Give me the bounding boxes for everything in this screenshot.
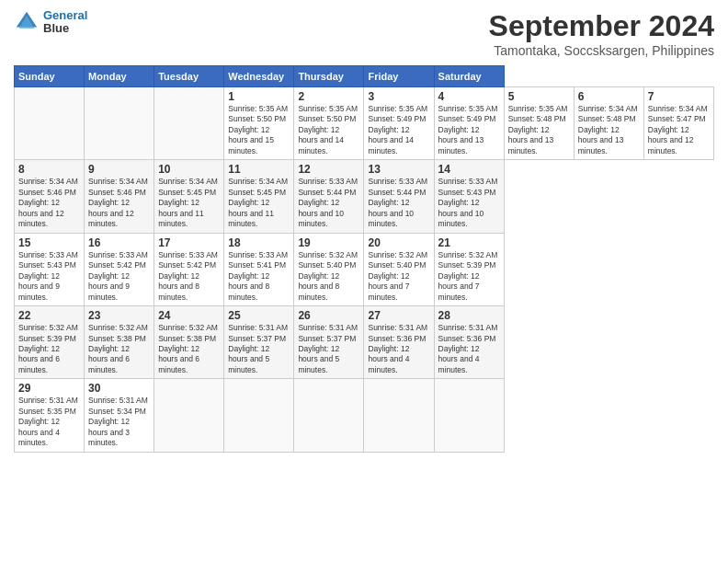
header-row: Sunday Monday Tuesday Wednesday Thursday… xyxy=(15,66,714,87)
calendar-week-row: 29Sunrise: 5:31 AMSunset: 5:35 PMDayligh… xyxy=(15,379,714,452)
day-info: Sunrise: 5:34 AMSunset: 5:46 PMDaylight:… xyxy=(18,177,80,229)
day-number: 13 xyxy=(368,163,429,176)
day-info: Sunrise: 5:34 AMSunset: 5:47 PMDaylight:… xyxy=(648,104,710,156)
table-row xyxy=(85,87,154,160)
day-number: 5 xyxy=(508,90,570,103)
day-info: Sunrise: 5:33 AMSunset: 5:41 PMDaylight:… xyxy=(228,250,290,303)
day-number: 23 xyxy=(88,309,150,322)
table-row: 4Sunrise: 5:35 AMSunset: 5:49 PMDaylight… xyxy=(434,87,504,160)
table-row: 3Sunrise: 5:35 AMSunset: 5:49 PMDaylight… xyxy=(364,87,434,160)
table-row: 30Sunrise: 5:31 AMSunset: 5:34 PMDayligh… xyxy=(85,379,154,452)
table-row: 14Sunrise: 5:33 AMSunset: 5:43 PMDayligh… xyxy=(434,160,504,233)
col-monday: Monday xyxy=(85,66,154,87)
day-info: Sunrise: 5:32 AMSunset: 5:38 PMDaylight:… xyxy=(158,323,220,375)
col-saturday: Saturday xyxy=(434,66,504,87)
table-row: 28Sunrise: 5:31 AMSunset: 5:36 PMDayligh… xyxy=(434,306,504,379)
table-row xyxy=(294,379,364,452)
day-info: Sunrise: 5:32 AMSunset: 5:39 PMDaylight:… xyxy=(438,250,500,303)
day-number: 10 xyxy=(158,163,220,176)
day-info: Sunrise: 5:32 AMSunset: 5:38 PMDaylight:… xyxy=(88,323,150,375)
day-info: Sunrise: 5:34 AMSunset: 5:45 PMDaylight:… xyxy=(228,177,290,229)
table-row: 11Sunrise: 5:34 AMSunset: 5:45 PMDayligh… xyxy=(224,160,294,233)
day-info: Sunrise: 5:32 AMSunset: 5:40 PMDaylight:… xyxy=(368,250,429,303)
day-number: 18 xyxy=(228,236,290,249)
day-info: Sunrise: 5:31 AMSunset: 5:37 PMDaylight:… xyxy=(228,323,290,375)
day-number: 2 xyxy=(298,90,359,103)
day-info: Sunrise: 5:33 AMSunset: 5:43 PMDaylight:… xyxy=(18,250,80,303)
day-number: 6 xyxy=(578,90,640,103)
day-info: Sunrise: 5:34 AMSunset: 5:46 PMDaylight:… xyxy=(88,177,150,229)
table-row: 1Sunrise: 5:35 AMSunset: 5:50 PMDaylight… xyxy=(224,87,294,160)
table-row: 24Sunrise: 5:32 AMSunset: 5:38 PMDayligh… xyxy=(154,306,224,379)
day-number: 15 xyxy=(18,236,80,249)
col-friday: Friday xyxy=(364,66,434,87)
day-info: Sunrise: 5:33 AMSunset: 5:44 PMDaylight:… xyxy=(298,177,359,229)
table-row: 17Sunrise: 5:33 AMSunset: 5:42 PMDayligh… xyxy=(154,233,224,305)
day-info: Sunrise: 5:31 AMSunset: 5:37 PMDaylight:… xyxy=(298,323,359,375)
table-row xyxy=(154,379,224,452)
day-info: Sunrise: 5:32 AMSunset: 5:40 PMDaylight:… xyxy=(298,250,359,303)
day-number: 12 xyxy=(298,163,359,176)
day-number: 20 xyxy=(368,236,429,249)
col-thursday: Thursday xyxy=(294,66,364,87)
col-tuesday: Tuesday xyxy=(154,66,224,87)
calendar-week-row: 15Sunrise: 5:33 AMSunset: 5:43 PMDayligh… xyxy=(15,233,714,305)
table-row: 21Sunrise: 5:32 AMSunset: 5:39 PMDayligh… xyxy=(434,233,504,305)
table-row: 9Sunrise: 5:34 AMSunset: 5:46 PMDaylight… xyxy=(85,160,154,233)
table-row: 19Sunrise: 5:32 AMSunset: 5:40 PMDayligh… xyxy=(294,233,364,305)
calendar-week-row: 8Sunrise: 5:34 AMSunset: 5:46 PMDaylight… xyxy=(15,160,714,233)
day-info: Sunrise: 5:33 AMSunset: 5:43 PMDaylight:… xyxy=(438,177,500,229)
table-row: 5Sunrise: 5:35 AMSunset: 5:48 PMDaylight… xyxy=(504,87,574,160)
table-row: 25Sunrise: 5:31 AMSunset: 5:37 PMDayligh… xyxy=(224,306,294,379)
table-row xyxy=(364,379,434,452)
table-row xyxy=(224,379,294,452)
day-number: 30 xyxy=(88,382,150,395)
day-info: Sunrise: 5:31 AMSunset: 5:36 PMDaylight:… xyxy=(368,323,429,375)
logo-text: General Blue xyxy=(43,9,87,36)
col-wednesday: Wednesday xyxy=(224,66,294,87)
table-row: 23Sunrise: 5:32 AMSunset: 5:38 PMDayligh… xyxy=(85,306,154,379)
logo-icon xyxy=(14,9,40,35)
col-sunday: Sunday xyxy=(15,66,85,87)
day-number: 21 xyxy=(438,236,500,249)
day-info: Sunrise: 5:31 AMSunset: 5:34 PMDaylight:… xyxy=(88,396,150,448)
day-number: 19 xyxy=(298,236,359,249)
day-info: Sunrise: 5:33 AMSunset: 5:42 PMDaylight:… xyxy=(158,250,220,303)
day-number: 7 xyxy=(648,90,710,103)
day-number: 27 xyxy=(368,309,429,322)
table-row: 26Sunrise: 5:31 AMSunset: 5:37 PMDayligh… xyxy=(294,306,364,379)
day-number: 3 xyxy=(368,90,429,103)
day-info: Sunrise: 5:34 AMSunset: 5:48 PMDaylight:… xyxy=(578,104,640,156)
day-number: 24 xyxy=(158,309,220,322)
table-row: 10Sunrise: 5:34 AMSunset: 5:45 PMDayligh… xyxy=(154,160,224,233)
day-number: 28 xyxy=(438,309,500,322)
day-number: 4 xyxy=(438,90,500,103)
day-info: Sunrise: 5:33 AMSunset: 5:42 PMDaylight:… xyxy=(88,250,150,303)
day-info: Sunrise: 5:31 AMSunset: 5:35 PMDaylight:… xyxy=(18,396,80,448)
table-row: 29Sunrise: 5:31 AMSunset: 5:35 PMDayligh… xyxy=(15,379,85,452)
table-row: 20Sunrise: 5:32 AMSunset: 5:40 PMDayligh… xyxy=(364,233,434,305)
table-row: 15Sunrise: 5:33 AMSunset: 5:43 PMDayligh… xyxy=(15,233,85,305)
subtitle: Tamontaka, Soccsksargen, Philippines xyxy=(489,43,714,58)
day-number: 25 xyxy=(228,309,290,322)
day-number: 9 xyxy=(88,163,150,176)
table-row xyxy=(154,87,224,160)
day-info: Sunrise: 5:34 AMSunset: 5:45 PMDaylight:… xyxy=(158,177,220,229)
table-row: 12Sunrise: 5:33 AMSunset: 5:44 PMDayligh… xyxy=(294,160,364,233)
table-row: 8Sunrise: 5:34 AMSunset: 5:46 PMDaylight… xyxy=(15,160,85,233)
logo: General Blue xyxy=(14,9,87,36)
day-info: Sunrise: 5:35 AMSunset: 5:50 PMDaylight:… xyxy=(228,104,290,156)
calendar-week-row: 1Sunrise: 5:35 AMSunset: 5:50 PMDaylight… xyxy=(15,87,714,160)
day-number: 29 xyxy=(18,382,80,395)
day-info: Sunrise: 5:31 AMSunset: 5:36 PMDaylight:… xyxy=(438,323,500,375)
page-header: General Blue September 2024 Tamontaka, S… xyxy=(14,9,714,58)
day-info: Sunrise: 5:33 AMSunset: 5:44 PMDaylight:… xyxy=(368,177,429,229)
day-number: 14 xyxy=(438,163,500,176)
day-number: 22 xyxy=(18,309,80,322)
table-row: 27Sunrise: 5:31 AMSunset: 5:36 PMDayligh… xyxy=(364,306,434,379)
table-row: 6Sunrise: 5:34 AMSunset: 5:48 PMDaylight… xyxy=(574,87,643,160)
table-row: 22Sunrise: 5:32 AMSunset: 5:39 PMDayligh… xyxy=(15,306,85,379)
title-section: September 2024 Tamontaka, Soccsksargen, … xyxy=(489,9,714,58)
day-info: Sunrise: 5:35 AMSunset: 5:48 PMDaylight:… xyxy=(508,104,570,156)
day-info: Sunrise: 5:35 AMSunset: 5:49 PMDaylight:… xyxy=(438,104,500,156)
